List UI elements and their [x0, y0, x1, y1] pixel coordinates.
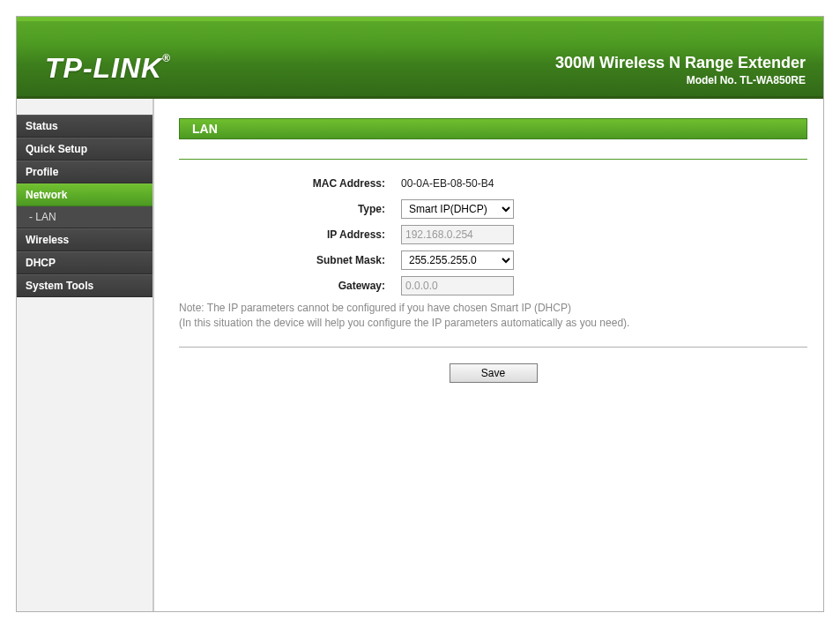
subnet-mask-label: Subnet Mask:: [179, 254, 401, 266]
save-button[interactable]: Save: [450, 363, 538, 383]
brand-logo-text: TP-LINK: [45, 52, 162, 84]
brand-logo: TP-LINK®: [45, 52, 171, 85]
note-text: Note: The IP parameters cannot be config…: [179, 301, 807, 331]
divider: [179, 347, 807, 348]
type-select[interactable]: Smart IP(DHCP): [401, 199, 514, 219]
sidebar-item-quick-setup[interactable]: Quick Setup: [17, 138, 152, 161]
content-area: LAN MAC Address: 00-0A-EB-08-50-B4 Type:…: [154, 99, 823, 611]
note-line-1: Note: The IP parameters cannot be config…: [179, 302, 571, 314]
sidebar-nav: Status Quick Setup Profile Network - LAN…: [17, 99, 154, 611]
sidebar-item-network[interactable]: Network: [17, 183, 152, 206]
product-info: 300M Wireless N Range Extender Model No.…: [555, 54, 806, 86]
sidebar-item-status[interactable]: Status: [17, 115, 152, 138]
gateway-label: Gateway:: [179, 280, 401, 292]
sidebar-item-profile[interactable]: Profile: [17, 161, 152, 183]
sidebar-item-wireless[interactable]: Wireless: [17, 228, 152, 251]
mac-address-label: MAC Address:: [179, 177, 401, 190]
divider: [179, 159, 807, 160]
section-title: LAN: [179, 118, 807, 139]
product-title: 300M Wireless N Range Extender: [555, 54, 806, 72]
registered-mark: ®: [162, 52, 171, 64]
header: TP-LINK® 300M Wireless N Range Extender …: [17, 17, 823, 99]
sidebar-item-lan[interactable]: - LAN: [17, 206, 152, 228]
gateway-input: [401, 276, 514, 295]
mac-address-value: 00-0A-EB-08-50-B4: [401, 177, 807, 190]
sidebar-item-dhcp[interactable]: DHCP: [17, 251, 152, 274]
model-number: Model No. TL-WA850RE: [555, 74, 806, 86]
type-label: Type:: [179, 203, 401, 215]
ip-address-input: [401, 225, 514, 244]
note-line-2: (In this situation the device will help …: [179, 317, 629, 329]
lan-form: MAC Address: 00-0A-EB-08-50-B4 Type: Sma…: [179, 172, 807, 331]
sidebar-item-system-tools[interactable]: System Tools: [17, 274, 152, 297]
ip-address-label: IP Address:: [179, 228, 401, 241]
subnet-mask-select[interactable]: 255.255.255.0: [401, 250, 514, 270]
